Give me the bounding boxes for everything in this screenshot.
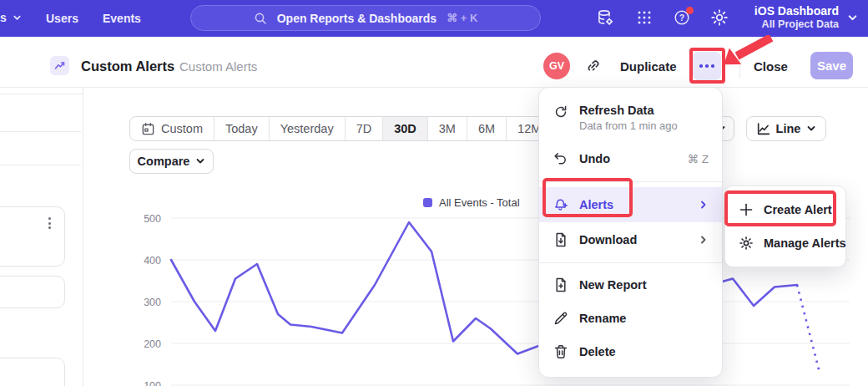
- range-3m[interactable]: 3M: [427, 117, 467, 140]
- new-report-icon: [553, 277, 569, 293]
- duplicate-button[interactable]: Duplicate: [620, 59, 677, 74]
- app-window: 500400300200100 All Events - Total Custo…: [0, 0, 868, 386]
- menu-item-delete[interactable]: Delete: [539, 335, 722, 368]
- more-options-menu: Refresh Data Data from 1 min ago Undo ⌘ …: [538, 87, 723, 378]
- chevron-right-icon: [699, 200, 709, 210]
- more-options-button[interactable]: [693, 52, 721, 80]
- chevron-down-icon: [847, 13, 858, 23]
- project-name: iOS Dashboard: [754, 4, 839, 18]
- range-yesterday[interactable]: Yesterday: [269, 117, 345, 140]
- refresh-icon: [553, 104, 569, 120]
- copy-link-icon[interactable]: [585, 58, 602, 74]
- range-custom[interactable]: Custom: [130, 117, 214, 140]
- refresh-status: Data from 1 min ago: [579, 119, 678, 132]
- download-icon: [553, 231, 569, 248]
- project-scope: All Project Data: [762, 18, 839, 31]
- svg-text:?: ?: [679, 13, 684, 23]
- chevron-down-icon: [13, 13, 22, 23]
- search-icon: [254, 12, 267, 25]
- sidebar-row-divider: [0, 94, 83, 94]
- page-title: Custom Alerts: [81, 58, 174, 74]
- menu-item-alerts[interactable]: Alerts: [539, 187, 722, 222]
- global-search-input[interactable]: Open Reports & Dashboards ⌘ + K: [190, 5, 541, 31]
- nav-item-partial[interactable]: s: [0, 11, 22, 24]
- sidebar-card[interactable]: [0, 206, 65, 267]
- menu-item-new-report[interactable]: New Report: [539, 268, 722, 302]
- pencil-icon: [553, 310, 569, 327]
- submenu-item-create-alert[interactable]: Create Alert: [725, 193, 845, 226]
- menu-divider: [539, 262, 722, 263]
- search-shortcut: ⌘ + K: [447, 12, 477, 24]
- range-7d[interactable]: 7D: [345, 117, 383, 140]
- nav-item-users[interactable]: Users: [46, 12, 78, 25]
- chart-legend: All Events - Total: [423, 196, 520, 209]
- report-trend-icon: [50, 56, 69, 75]
- project-selector[interactable]: iOS Dashboard All Project Data: [754, 4, 858, 31]
- header-divider: [739, 54, 740, 78]
- y-axis-tick: 200: [144, 338, 161, 350]
- undo-shortcut: ⌘ Z: [688, 152, 709, 165]
- line-chart-icon: [756, 122, 770, 136]
- menu-item-refresh-data[interactable]: Refresh Data Data from 1 min ago: [539, 96, 722, 141]
- menu-item-download[interactable]: Download: [539, 222, 722, 257]
- range-6m[interactable]: 6M: [467, 117, 506, 140]
- calendar-icon: [141, 122, 155, 136]
- nav-item-events[interactable]: Events: [103, 12, 141, 25]
- y-axis-tick: 100: [144, 380, 161, 386]
- legend-swatch: [423, 198, 432, 207]
- sidebar-divider: [83, 88, 83, 386]
- trash-icon: [553, 343, 569, 360]
- compare-button[interactable]: Compare: [129, 149, 214, 174]
- submenu-item-manage-alerts[interactable]: Manage Alerts: [725, 226, 845, 260]
- sidebar-row-divider: [0, 131, 81, 132]
- series-line-projected: [797, 285, 820, 373]
- range-today[interactable]: Today: [214, 117, 269, 140]
- menu-item-rename[interactable]: Rename: [539, 302, 722, 335]
- chevron-down-icon: [806, 124, 816, 134]
- y-axis-tick: 300: [144, 297, 161, 308]
- close-button[interactable]: Close: [754, 59, 788, 74]
- y-axis-tick: 400: [144, 255, 161, 267]
- undo-icon: [553, 150, 569, 167]
- alerts-submenu: Create Alert Manage Alerts: [724, 185, 846, 267]
- sidebar-card[interactable]: [0, 276, 65, 308]
- settings-icon[interactable]: [710, 8, 730, 28]
- menu-divider: [539, 181, 722, 182]
- help-icon[interactable]: ?: [673, 8, 693, 28]
- plus-icon: [739, 202, 754, 217]
- data-icon[interactable]: [596, 8, 616, 28]
- y-axis-tick: 500: [144, 213, 161, 225]
- alert-bell-icon: [553, 196, 569, 213]
- menu-item-undo[interactable]: Undo ⌘ Z: [539, 141, 722, 176]
- sidebar-row-divider: [0, 165, 81, 165]
- breadcrumb: Custom Alerts: [179, 59, 257, 74]
- avatar[interactable]: GV: [543, 53, 570, 79]
- chevron-down-icon: [195, 156, 205, 166]
- range-30d[interactable]: 30D: [382, 117, 427, 140]
- kebab-menu-icon[interactable]: [48, 217, 51, 229]
- chevron-right-icon: [699, 235, 709, 245]
- legend-label: All Events - Total: [439, 196, 520, 209]
- search-placeholder: Open Reports & Dashboards: [277, 12, 437, 25]
- chart-type-button[interactable]: Line: [746, 116, 826, 141]
- gear-icon: [739, 236, 754, 251]
- notification-dot: [686, 7, 694, 14]
- date-range-control: Custom Today Yesterday 7D 30D 3M 6M 12M: [129, 116, 553, 141]
- report-header: Custom Alerts Custom Alerts GV Duplicate…: [0, 37, 868, 88]
- save-button[interactable]: Save: [810, 52, 853, 79]
- sidebar-card[interactable]: [0, 358, 65, 386]
- apps-grid-icon[interactable]: [635, 8, 655, 28]
- top-navigation: s Users Events Open Reports & Dashboards…: [0, 0, 868, 37]
